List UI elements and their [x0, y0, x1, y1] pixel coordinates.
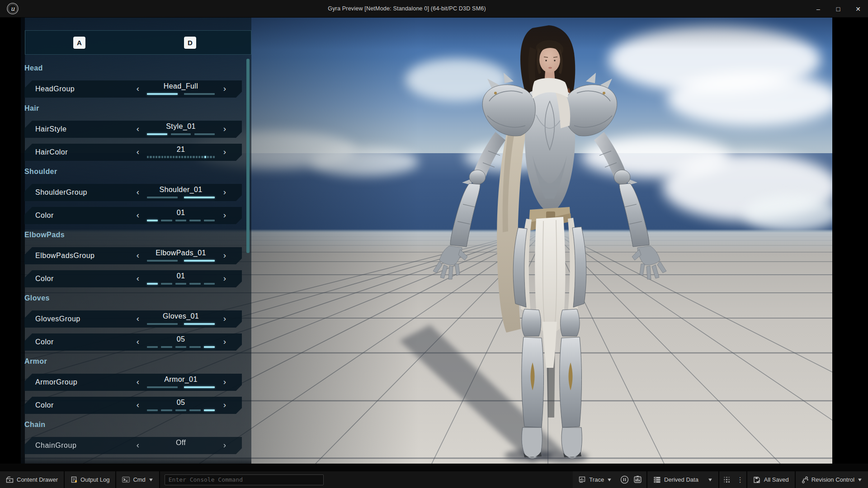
close-button[interactable]: ✕: [848, 0, 868, 18]
prev-option-arrow[interactable]: ‹: [134, 310, 142, 328]
trace-dropdown-button[interactable]: Trace ▼: [573, 471, 618, 488]
prev-option-arrow[interactable]: ‹: [134, 144, 142, 161]
option-name: HairColor: [35, 144, 68, 161]
option-row-color[interactable]: Color‹01›: [24, 270, 242, 287]
all-saved-label: All Saved: [764, 476, 789, 483]
title-bar: u Gyra Preview [NetMode: Standalone 0] (…: [0, 0, 868, 18]
next-option-arrow[interactable]: ›: [221, 333, 228, 351]
next-option-arrow[interactable]: ›: [221, 80, 228, 98]
section-shoulder: ShoulderShoulderGroup‹Shoulder_01›Color‹…: [24, 167, 242, 224]
next-option-arrow[interactable]: ›: [221, 247, 228, 264]
prev-option-arrow[interactable]: ‹: [134, 437, 142, 454]
option-row-chaingroup[interactable]: ChainGroup‹Off›: [24, 437, 242, 454]
next-option-arrow[interactable]: ›: [221, 310, 228, 328]
output-log-icon: [71, 476, 77, 483]
character-customization-panel: A D HeadHeadGroup‹Head_Full›HairHairStyl…: [21, 18, 251, 464]
option-name: ArmorGroup: [35, 374, 77, 391]
next-option-arrow[interactable]: ›: [221, 270, 228, 287]
trace-label: Trace: [589, 476, 604, 483]
option-value: 01: [142, 272, 219, 280]
option-indicator: [142, 156, 219, 158]
option-value: 21: [142, 145, 219, 154]
screenshot-chart-button[interactable]: [632, 471, 646, 488]
next-option-arrow[interactable]: ›: [221, 437, 228, 454]
next-option-arrow[interactable]: ›: [221, 207, 228, 224]
option-row-color[interactable]: Color‹01›: [24, 207, 242, 224]
next-option-arrow[interactable]: ›: [221, 397, 228, 414]
record-ring-icon: [620, 475, 629, 484]
sections-container: HeadHeadGroup‹Head_Full›HairHairStyle‹St…: [24, 55, 242, 460]
option-name: ChainGroup: [35, 437, 76, 454]
option-value: Armor_01: [142, 375, 219, 384]
cloud: [744, 195, 832, 232]
option-row-haircolor[interactable]: HairColor‹21›: [24, 144, 242, 161]
revision-control-dropdown-button[interactable]: Revision Control ▼: [796, 471, 868, 488]
prev-option-arrow[interactable]: ‹: [134, 374, 142, 391]
option-row-glovesgroup[interactable]: GlovesGroup‹Gloves_01›: [24, 310, 242, 328]
option-indicator: [142, 323, 219, 325]
revision-control-label: Revision Control: [811, 476, 854, 483]
prev-option-arrow[interactable]: ‹: [134, 184, 142, 201]
option-row-hairstyle[interactable]: HairStyle‹Style_01›: [24, 121, 242, 138]
option-value: 01: [142, 209, 219, 217]
output-log-button[interactable]: Output Log: [65, 471, 115, 488]
cmd-dropdown-button[interactable]: Cmd ▼: [116, 471, 159, 488]
branch-icon: [802, 476, 808, 483]
next-option-arrow[interactable]: ›: [221, 121, 228, 138]
content-drawer-button[interactable]: Content Drawer: [0, 471, 64, 488]
option-indicator: [142, 283, 219, 285]
option-row-headgroup[interactable]: HeadGroup‹Head_Full›: [24, 80, 242, 98]
chevron-down-icon: ▼: [148, 477, 154, 482]
minimize-button[interactable]: –: [808, 0, 828, 18]
panel-scrollbar-thumb[interactable]: [246, 59, 250, 253]
option-value: Style_01: [142, 122, 219, 131]
prev-option-arrow[interactable]: ‹: [134, 80, 142, 98]
option-indicator: [142, 260, 219, 262]
option-name: GlovesGroup: [35, 310, 80, 328]
option-name: HairStyle: [35, 121, 66, 138]
next-option-arrow[interactable]: ›: [221, 144, 228, 161]
content-drawer-icon: [6, 476, 14, 483]
section-label: Chain: [24, 420, 242, 430]
option-row-shouldergroup[interactable]: ShoulderGroup‹Shoulder_01›: [24, 184, 242, 201]
option-value: ElbowPads_01: [142, 249, 219, 257]
server-stack-icon: [653, 476, 661, 483]
more-options-kebab-button[interactable]: ⋮: [734, 476, 746, 484]
option-name: Color: [35, 397, 54, 414]
console-command-input[interactable]: [165, 474, 324, 485]
section-label: ElbowPads: [24, 230, 242, 240]
prev-option-arrow[interactable]: ‹: [134, 121, 142, 138]
option-indicator: [142, 346, 219, 348]
next-option-arrow[interactable]: ›: [221, 184, 228, 201]
key-hint-d[interactable]: D: [184, 37, 196, 49]
section-label: Shoulder: [24, 167, 242, 177]
prev-option-arrow[interactable]: ‹: [134, 333, 142, 351]
option-row-armorgroup[interactable]: ArmorGroup‹Armor_01›: [24, 374, 242, 391]
statusbar-spacer: [328, 471, 573, 488]
prev-option-arrow[interactable]: ‹: [134, 207, 142, 224]
all-saved-button[interactable]: All Saved: [747, 471, 795, 488]
prev-option-arrow[interactable]: ‹: [134, 270, 142, 287]
option-indicator: [142, 386, 219, 388]
option-row-color[interactable]: Color‹05›: [24, 333, 242, 351]
option-name: ElbowPadsGroup: [35, 247, 95, 264]
option-row-elbowpadsgroup[interactable]: ElbowPadsGroup‹ElbowPads_01›: [24, 247, 242, 264]
terminal-icon: [122, 476, 130, 483]
save-check-icon: [753, 476, 761, 483]
section-head: HeadHeadGroup‹Head_Full›: [24, 63, 242, 98]
section-gloves: GlovesGlovesGroup‹Gloves_01›Color‹05›: [24, 293, 242, 351]
next-option-arrow[interactable]: ›: [221, 374, 228, 391]
key-hint-a[interactable]: A: [73, 37, 85, 49]
option-indicator: [142, 220, 219, 221]
option-value: Off: [142, 439, 219, 447]
option-row-color[interactable]: Color‹05›: [24, 397, 242, 414]
derived-data-dropdown-button[interactable]: Derived Data ▼: [647, 471, 718, 488]
dots-grid-icon: [723, 476, 731, 483]
messages-grid-button[interactable]: [719, 471, 734, 488]
maximize-button[interactable]: □: [828, 0, 848, 18]
option-name: ShoulderGroup: [35, 184, 87, 201]
prev-option-arrow[interactable]: ‹: [134, 247, 142, 264]
prev-option-arrow[interactable]: ‹: [134, 397, 142, 414]
chevron-down-icon: ▼: [707, 477, 713, 482]
insights-ring-button[interactable]: [618, 471, 632, 488]
